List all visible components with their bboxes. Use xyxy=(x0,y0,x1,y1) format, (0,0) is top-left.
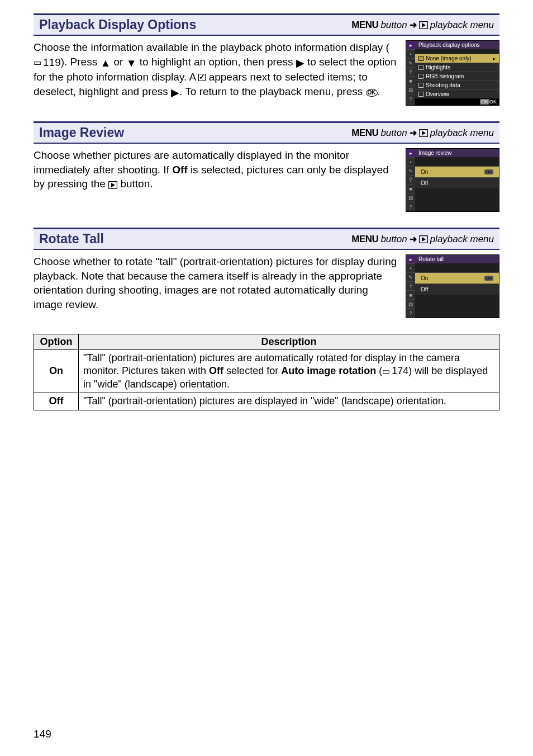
svg-marker-1 xyxy=(422,23,426,27)
menu-button-label: MENU xyxy=(351,234,378,245)
checkbox-icon xyxy=(418,74,423,79)
panel-title: Rotate tall xyxy=(415,255,499,263)
checkbox-icon: ✓ xyxy=(418,56,423,61)
description-on: "Tall" (portrait-orientation) pictures a… xyxy=(79,350,499,393)
menu-suffix: playback menu xyxy=(430,127,494,139)
section-rotate-tall: Rotate Tall MENU button ➜ playback menu … xyxy=(34,228,499,318)
menu-suffix: playback menu xyxy=(430,234,494,245)
arrow-right-icon: ➜ xyxy=(410,127,417,138)
panel-option: Overview xyxy=(415,89,499,98)
side-tab-icon: ✎ xyxy=(406,59,415,68)
camera-menu-preview-image-review: ▸ • ✎ Ÿ ■ ▤ ? Image review OnOK Off xyxy=(406,148,499,212)
side-tab-icon: ▤ xyxy=(406,193,415,202)
panel-option: ✓None (image only)▸ xyxy=(415,54,499,63)
menu-button-word: button xyxy=(380,20,407,31)
triangle-right-icon: ▶ xyxy=(296,56,304,70)
side-tab-icon: ▸ xyxy=(406,41,415,50)
description-off: "Tall" (portrait-orientation) pictures a… xyxy=(79,393,499,410)
camera-menu-preview-playback-display: ▸ • ✎ Ÿ ■ ▤ ? Playback display options ✓… xyxy=(406,40,499,106)
side-tabs: ▸ • ✎ Ÿ ■ ▤ ? xyxy=(406,149,415,211)
section-header: Playback Display Options MENU button ➜ p… xyxy=(34,13,499,36)
section-image-review: Image Review MENU button ➜ playback menu… xyxy=(34,121,499,212)
panel-option: RGB histogram xyxy=(415,72,499,81)
page-ref-icon: ▭119 xyxy=(34,55,61,70)
side-tab-icon: ■ xyxy=(406,185,415,193)
playback-icon xyxy=(108,178,117,190)
table-row: On "Tall" (portrait-orientation) picture… xyxy=(34,350,499,393)
section-title: Image Review xyxy=(39,125,124,140)
side-tab-icon: ▸ xyxy=(406,149,415,158)
option-on: On xyxy=(34,350,79,393)
side-tab-icon: ■ xyxy=(406,291,415,300)
panel-title: Playback display options xyxy=(415,41,499,49)
section-header: Image Review MENU button ➜ playback menu xyxy=(34,121,499,144)
side-tabs: ▸ • ✎ Ÿ ■ ▤ ? xyxy=(406,41,415,105)
panel-footer: OKOK xyxy=(415,98,499,105)
menu-button-word: button xyxy=(380,234,407,245)
triangle-right-icon: ▶ xyxy=(171,86,179,100)
section-body-text: Choose whether to rotate "tall" (portrai… xyxy=(34,254,398,318)
menu-button-word: button xyxy=(380,127,407,139)
panel-option: Highlights xyxy=(415,63,499,72)
side-tab-icon: ? xyxy=(406,309,415,318)
checkbox-checked-icon xyxy=(198,74,206,81)
page-ref-icon: ▭174 xyxy=(382,365,408,377)
triangle-up-icon: ▲ xyxy=(100,56,111,70)
page-number: 149 xyxy=(34,728,51,740)
menu-path: MENU button ➜ playback menu xyxy=(351,234,494,245)
checkbox-icon xyxy=(418,83,423,88)
side-tab-icon: ■ xyxy=(406,77,415,86)
side-tab-icon: • xyxy=(406,158,415,167)
menu-button-label: MENU xyxy=(351,127,378,139)
panel-title: Image review xyxy=(415,149,499,157)
table-header-option: Option xyxy=(34,334,79,350)
triangle-down-icon: ▼ xyxy=(126,56,137,70)
side-tab-icon: Ÿ xyxy=(406,176,415,185)
playback-icon xyxy=(419,21,428,29)
side-tab-icon: • xyxy=(406,50,415,59)
checkbox-icon xyxy=(418,65,423,70)
ok-button-icon: OK xyxy=(366,89,378,97)
camera-menu-preview-rotate-tall: ▸ • ✎ Ÿ ■ ▤ ? Rotate tall OnOK Off xyxy=(406,254,499,318)
side-tab-icon: ✎ xyxy=(406,273,415,282)
checkbox-icon xyxy=(418,92,423,97)
panel-option: Off xyxy=(415,177,499,188)
svg-marker-7 xyxy=(422,237,426,242)
side-tab-icon: ? xyxy=(406,94,415,103)
chevron-right-icon: ▸ xyxy=(493,55,496,62)
side-tab-icon: ? xyxy=(406,202,415,211)
panel-option: Shooting data xyxy=(415,81,499,89)
side-tab-icon: • xyxy=(406,264,415,273)
menu-path: MENU button ➜ playback menu xyxy=(351,127,494,139)
svg-marker-3 xyxy=(422,131,426,135)
arrow-right-icon: ➜ xyxy=(410,20,417,30)
section-title: Rotate Tall xyxy=(39,231,104,247)
table-header-description: Description xyxy=(79,334,499,350)
section-playback-display-options: Playback Display Options MENU button ➜ p… xyxy=(34,13,499,106)
svg-marker-5 xyxy=(111,183,115,187)
menu-suffix: playback menu xyxy=(430,20,494,31)
side-tab-icon: ▸ xyxy=(406,255,415,264)
side-tabs: ▸ • ✎ Ÿ ■ ▤ ? xyxy=(406,255,415,318)
option-off: Off xyxy=(34,393,79,410)
table-row: Off "Tall" (portrait-orientation) pictur… xyxy=(34,393,499,410)
playback-icon xyxy=(419,235,428,243)
panel-option: OnOK xyxy=(415,166,499,177)
section-body-text: Choose whether pictures are automaticall… xyxy=(34,148,398,212)
side-tab-icon: Ÿ xyxy=(406,282,415,291)
menu-path: MENU button ➜ playback menu xyxy=(351,20,494,31)
arrow-right-icon: ➜ xyxy=(410,234,417,244)
ok-mark-icon: OK xyxy=(484,169,493,174)
side-tab-icon: ✎ xyxy=(406,167,415,176)
side-tab-icon: ▤ xyxy=(406,86,415,94)
panel-option: Off xyxy=(415,284,499,295)
section-body-text: Choose the information available in the … xyxy=(34,40,398,106)
side-tab-icon: ▤ xyxy=(406,300,415,309)
ok-mark-icon: OK xyxy=(484,276,493,281)
panel-option: OnOK xyxy=(415,272,499,284)
side-tab-icon: Ÿ xyxy=(406,68,415,77)
menu-button-label: MENU xyxy=(351,20,378,31)
section-title: Playback Display Options xyxy=(39,17,196,32)
rotate-tall-options-table: Option Description On "Tall" (portrait-o… xyxy=(34,334,499,410)
section-header: Rotate Tall MENU button ➜ playback menu xyxy=(34,228,499,250)
